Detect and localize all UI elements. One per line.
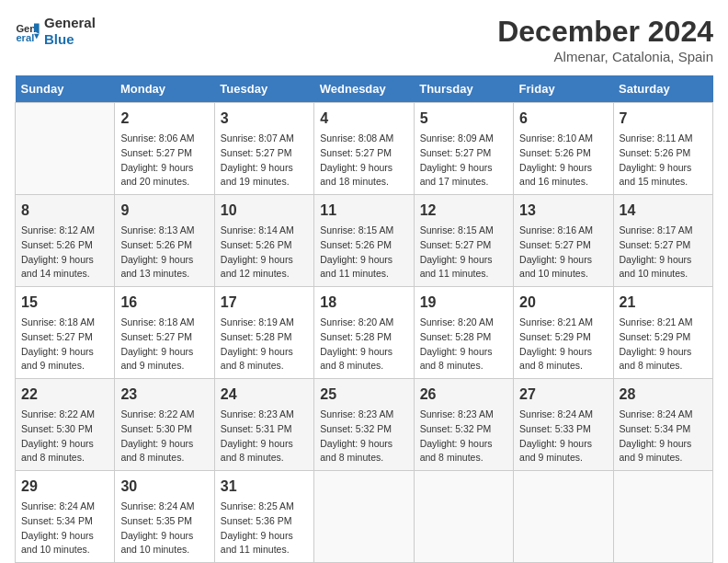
day-number: 2 xyxy=(120,108,208,130)
header-friday: Friday xyxy=(514,75,613,103)
day-info: Sunrise: 8:22 AM Sunset: 5:30 PM Dayligh… xyxy=(120,408,208,465)
calendar-cell: 27 Sunrise: 8:24 AM Sunset: 5:33 PM Dayl… xyxy=(514,379,613,471)
day-info: Sunrise: 8:09 AM Sunset: 5:27 PM Dayligh… xyxy=(420,132,507,190)
header-tuesday: Tuesday xyxy=(214,75,313,103)
day-info: Sunrise: 8:22 AM Sunset: 5:30 PM Dayligh… xyxy=(21,408,108,465)
header-wednesday: Wednesday xyxy=(314,75,414,103)
calendar-cell: 12 Sunrise: 8:15 AM Sunset: 5:27 PM Dayl… xyxy=(414,195,513,287)
calendar-row: 22 Sunrise: 8:22 AM Sunset: 5:30 PM Dayl… xyxy=(16,379,713,471)
day-number: 12 xyxy=(420,200,507,222)
svg-text:eral: eral xyxy=(16,32,34,43)
day-number: 3 xyxy=(221,108,308,130)
calendar-cell: 17 Sunrise: 8:19 AM Sunset: 5:28 PM Dayl… xyxy=(214,287,313,379)
day-info: Sunrise: 8:24 AM Sunset: 5:34 PM Dayligh… xyxy=(21,500,108,557)
day-number: 11 xyxy=(320,200,407,222)
calendar-cell: 26 Sunrise: 8:23 AM Sunset: 5:32 PM Dayl… xyxy=(414,379,513,471)
main-title: December 2024 xyxy=(497,15,713,49)
calendar-cell: 3 Sunrise: 8:07 AM Sunset: 5:27 PM Dayli… xyxy=(214,103,313,195)
day-info: Sunrise: 8:15 AM Sunset: 5:27 PM Dayligh… xyxy=(420,224,507,282)
calendar-cell: 24 Sunrise: 8:23 AM Sunset: 5:31 PM Dayl… xyxy=(214,379,313,471)
day-info: Sunrise: 8:20 AM Sunset: 5:28 PM Dayligh… xyxy=(420,316,507,373)
calendar-cell: 11 Sunrise: 8:15 AM Sunset: 5:26 PM Dayl… xyxy=(314,195,414,287)
day-number: 13 xyxy=(519,200,607,222)
day-number: 14 xyxy=(620,200,707,222)
calendar-cell: 18 Sunrise: 8:20 AM Sunset: 5:28 PM Dayl… xyxy=(314,287,414,379)
calendar-cell: 16 Sunrise: 8:18 AM Sunset: 5:27 PM Dayl… xyxy=(115,287,214,379)
day-info: Sunrise: 8:25 AM Sunset: 5:36 PM Dayligh… xyxy=(221,500,308,557)
day-number: 31 xyxy=(221,476,308,498)
day-number: 29 xyxy=(21,476,108,498)
day-info: Sunrise: 8:23 AM Sunset: 5:32 PM Dayligh… xyxy=(420,408,507,465)
day-number: 25 xyxy=(320,384,407,406)
day-number: 8 xyxy=(21,200,108,222)
page-header: Gen eral General Blue December 2024 Alme… xyxy=(15,15,713,64)
day-info: Sunrise: 8:13 AM Sunset: 5:26 PM Dayligh… xyxy=(120,224,208,282)
day-number: 21 xyxy=(620,292,707,314)
day-number: 7 xyxy=(620,108,707,130)
calendar-cell xyxy=(314,471,414,563)
day-number: 30 xyxy=(120,476,208,498)
header-monday: Monday xyxy=(115,75,214,103)
day-number: 4 xyxy=(320,108,407,130)
logo-icon: Gen eral xyxy=(15,18,40,44)
calendar-row: 8 Sunrise: 8:12 AM Sunset: 5:26 PM Dayli… xyxy=(16,195,713,287)
day-info: Sunrise: 8:18 AM Sunset: 5:27 PM Dayligh… xyxy=(21,316,108,373)
day-number: 5 xyxy=(420,108,507,130)
calendar-cell: 30 Sunrise: 8:24 AM Sunset: 5:35 PM Dayl… xyxy=(115,471,214,563)
day-info: Sunrise: 8:20 AM Sunset: 5:28 PM Dayligh… xyxy=(320,316,407,373)
day-number: 28 xyxy=(620,384,707,406)
calendar-cell: 5 Sunrise: 8:09 AM Sunset: 5:27 PM Dayli… xyxy=(414,103,513,195)
calendar-row: 29 Sunrise: 8:24 AM Sunset: 5:34 PM Dayl… xyxy=(16,471,713,563)
day-info: Sunrise: 8:16 AM Sunset: 5:27 PM Dayligh… xyxy=(519,224,607,282)
calendar-row: 15 Sunrise: 8:18 AM Sunset: 5:27 PM Dayl… xyxy=(16,287,713,379)
day-info: Sunrise: 8:14 AM Sunset: 5:26 PM Dayligh… xyxy=(221,224,308,282)
logo-text-line1: General xyxy=(44,15,96,31)
day-info: Sunrise: 8:15 AM Sunset: 5:26 PM Dayligh… xyxy=(320,224,407,282)
day-number: 24 xyxy=(221,384,308,406)
day-number: 10 xyxy=(221,200,308,222)
subtitle: Almenar, Catalonia, Spain xyxy=(497,49,713,64)
day-number: 17 xyxy=(221,292,308,314)
day-number: 19 xyxy=(420,292,507,314)
day-number: 22 xyxy=(21,384,108,406)
header-sunday: Sunday xyxy=(16,75,115,103)
day-info: Sunrise: 8:21 AM Sunset: 5:29 PM Dayligh… xyxy=(519,316,607,373)
calendar-cell: 14 Sunrise: 8:17 AM Sunset: 5:27 PM Dayl… xyxy=(613,195,712,287)
calendar-cell: 4 Sunrise: 8:08 AM Sunset: 5:27 PM Dayli… xyxy=(314,103,414,195)
day-info: Sunrise: 8:19 AM Sunset: 5:28 PM Dayligh… xyxy=(221,316,308,373)
header-thursday: Thursday xyxy=(414,75,513,103)
day-info: Sunrise: 8:18 AM Sunset: 5:27 PM Dayligh… xyxy=(120,316,208,373)
day-info: Sunrise: 8:24 AM Sunset: 5:33 PM Dayligh… xyxy=(519,408,607,465)
day-info: Sunrise: 8:08 AM Sunset: 5:27 PM Dayligh… xyxy=(320,132,407,190)
calendar-cell xyxy=(613,471,712,563)
calendar-cell: 29 Sunrise: 8:24 AM Sunset: 5:34 PM Dayl… xyxy=(16,471,115,563)
logo-text-line2: Blue xyxy=(44,31,96,48)
calendar-cell: 21 Sunrise: 8:21 AM Sunset: 5:29 PM Dayl… xyxy=(613,287,712,379)
calendar-cell: 8 Sunrise: 8:12 AM Sunset: 5:26 PM Dayli… xyxy=(16,195,115,287)
svg-marker-3 xyxy=(34,34,40,40)
day-info: Sunrise: 8:24 AM Sunset: 5:35 PM Dayligh… xyxy=(120,500,208,557)
calendar-header-row: Sunday Monday Tuesday Wednesday Thursday… xyxy=(16,75,713,103)
calendar-cell: 25 Sunrise: 8:23 AM Sunset: 5:32 PM Dayl… xyxy=(314,379,414,471)
day-number: 18 xyxy=(320,292,407,314)
calendar-cell: 22 Sunrise: 8:22 AM Sunset: 5:30 PM Dayl… xyxy=(16,379,115,471)
calendar-cell: 15 Sunrise: 8:18 AM Sunset: 5:27 PM Dayl… xyxy=(16,287,115,379)
calendar-cell: 23 Sunrise: 8:22 AM Sunset: 5:30 PM Dayl… xyxy=(115,379,214,471)
day-number: 23 xyxy=(120,384,208,406)
calendar-cell: 2 Sunrise: 8:06 AM Sunset: 5:27 PM Dayli… xyxy=(115,103,214,195)
calendar-cell: 28 Sunrise: 8:24 AM Sunset: 5:34 PM Dayl… xyxy=(613,379,712,471)
header-saturday: Saturday xyxy=(613,75,712,103)
day-info: Sunrise: 8:07 AM Sunset: 5:27 PM Dayligh… xyxy=(221,132,308,190)
calendar-row: 2 Sunrise: 8:06 AM Sunset: 5:27 PM Dayli… xyxy=(16,103,713,195)
calendar-cell xyxy=(414,471,513,563)
day-info: Sunrise: 8:17 AM Sunset: 5:27 PM Dayligh… xyxy=(620,224,707,282)
calendar-cell: 13 Sunrise: 8:16 AM Sunset: 5:27 PM Dayl… xyxy=(514,195,613,287)
day-info: Sunrise: 8:23 AM Sunset: 5:31 PM Dayligh… xyxy=(221,408,308,465)
day-info: Sunrise: 8:24 AM Sunset: 5:34 PM Dayligh… xyxy=(620,408,707,465)
calendar-table: Sunday Monday Tuesday Wednesday Thursday… xyxy=(15,75,713,563)
day-info: Sunrise: 8:06 AM Sunset: 5:27 PM Dayligh… xyxy=(120,132,208,190)
calendar-cell: 7 Sunrise: 8:11 AM Sunset: 5:26 PM Dayli… xyxy=(613,103,712,195)
day-info: Sunrise: 8:21 AM Sunset: 5:29 PM Dayligh… xyxy=(620,316,707,373)
calendar-cell: 10 Sunrise: 8:14 AM Sunset: 5:26 PM Dayl… xyxy=(214,195,313,287)
logo: Gen eral General Blue xyxy=(15,15,96,48)
